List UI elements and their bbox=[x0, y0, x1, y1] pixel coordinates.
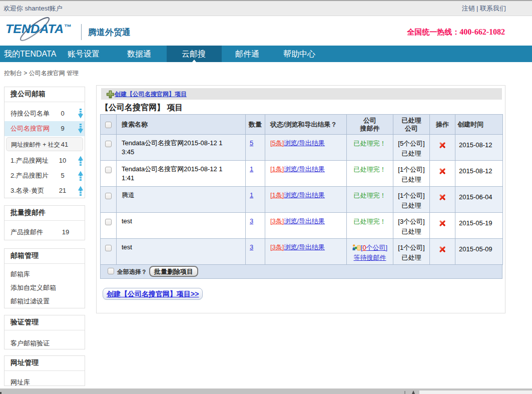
svg-text:TENDATA: TENDATA bbox=[6, 22, 64, 36]
svg-text:™: ™ bbox=[64, 23, 72, 31]
